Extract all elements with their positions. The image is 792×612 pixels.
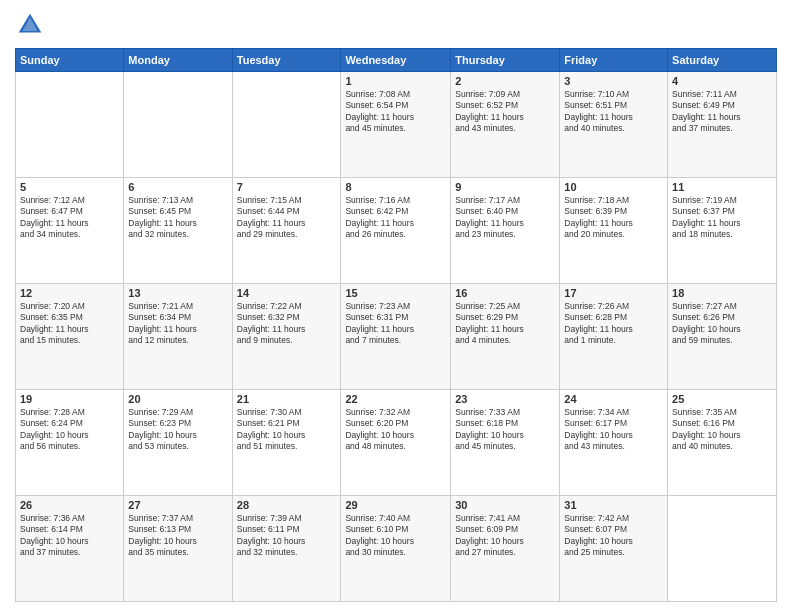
calendar-cell: 3Sunrise: 7:10 AM Sunset: 6:51 PM Daylig… xyxy=(560,72,668,178)
calendar-week-row: 1Sunrise: 7:08 AM Sunset: 6:54 PM Daylig… xyxy=(16,72,777,178)
weekday-header-sunday: Sunday xyxy=(16,49,124,72)
cell-content: Sunrise: 7:34 AM Sunset: 6:17 PM Dayligh… xyxy=(564,407,663,453)
calendar-cell xyxy=(16,72,124,178)
cell-content: Sunrise: 7:22 AM Sunset: 6:32 PM Dayligh… xyxy=(237,301,337,347)
calendar-cell: 4Sunrise: 7:11 AM Sunset: 6:49 PM Daylig… xyxy=(668,72,777,178)
calendar-cell: 25Sunrise: 7:35 AM Sunset: 6:16 PM Dayli… xyxy=(668,390,777,496)
cell-content: Sunrise: 7:17 AM Sunset: 6:40 PM Dayligh… xyxy=(455,195,555,241)
calendar-cell: 1Sunrise: 7:08 AM Sunset: 6:54 PM Daylig… xyxy=(341,72,451,178)
day-number: 19 xyxy=(20,393,119,405)
logo-icon xyxy=(15,10,45,40)
day-number: 22 xyxy=(345,393,446,405)
cell-content: Sunrise: 7:41 AM Sunset: 6:09 PM Dayligh… xyxy=(455,513,555,559)
day-number: 12 xyxy=(20,287,119,299)
calendar-cell: 16Sunrise: 7:25 AM Sunset: 6:29 PM Dayli… xyxy=(451,284,560,390)
day-number: 30 xyxy=(455,499,555,511)
day-number: 7 xyxy=(237,181,337,193)
cell-content: Sunrise: 7:15 AM Sunset: 6:44 PM Dayligh… xyxy=(237,195,337,241)
calendar-cell: 21Sunrise: 7:30 AM Sunset: 6:21 PM Dayli… xyxy=(232,390,341,496)
day-number: 10 xyxy=(564,181,663,193)
cell-content: Sunrise: 7:10 AM Sunset: 6:51 PM Dayligh… xyxy=(564,89,663,135)
day-number: 4 xyxy=(672,75,772,87)
cell-content: Sunrise: 7:36 AM Sunset: 6:14 PM Dayligh… xyxy=(20,513,119,559)
calendar-cell: 14Sunrise: 7:22 AM Sunset: 6:32 PM Dayli… xyxy=(232,284,341,390)
cell-content: Sunrise: 7:40 AM Sunset: 6:10 PM Dayligh… xyxy=(345,513,446,559)
day-number: 28 xyxy=(237,499,337,511)
day-number: 13 xyxy=(128,287,227,299)
calendar-cell: 17Sunrise: 7:26 AM Sunset: 6:28 PM Dayli… xyxy=(560,284,668,390)
day-number: 14 xyxy=(237,287,337,299)
weekday-header-tuesday: Tuesday xyxy=(232,49,341,72)
day-number: 8 xyxy=(345,181,446,193)
calendar-table: SundayMondayTuesdayWednesdayThursdayFrid… xyxy=(15,48,777,602)
weekday-header-thursday: Thursday xyxy=(451,49,560,72)
calendar-cell: 22Sunrise: 7:32 AM Sunset: 6:20 PM Dayli… xyxy=(341,390,451,496)
weekday-header-saturday: Saturday xyxy=(668,49,777,72)
cell-content: Sunrise: 7:23 AM Sunset: 6:31 PM Dayligh… xyxy=(345,301,446,347)
cell-content: Sunrise: 7:25 AM Sunset: 6:29 PM Dayligh… xyxy=(455,301,555,347)
calendar-cell: 15Sunrise: 7:23 AM Sunset: 6:31 PM Dayli… xyxy=(341,284,451,390)
calendar-cell: 7Sunrise: 7:15 AM Sunset: 6:44 PM Daylig… xyxy=(232,178,341,284)
calendar-cell: 27Sunrise: 7:37 AM Sunset: 6:13 PM Dayli… xyxy=(124,496,232,602)
day-number: 27 xyxy=(128,499,227,511)
cell-content: Sunrise: 7:33 AM Sunset: 6:18 PM Dayligh… xyxy=(455,407,555,453)
cell-content: Sunrise: 7:09 AM Sunset: 6:52 PM Dayligh… xyxy=(455,89,555,135)
weekday-header-row: SundayMondayTuesdayWednesdayThursdayFrid… xyxy=(16,49,777,72)
day-number: 1 xyxy=(345,75,446,87)
calendar-cell: 13Sunrise: 7:21 AM Sunset: 6:34 PM Dayli… xyxy=(124,284,232,390)
day-number: 26 xyxy=(20,499,119,511)
calendar-cell xyxy=(232,72,341,178)
cell-content: Sunrise: 7:29 AM Sunset: 6:23 PM Dayligh… xyxy=(128,407,227,453)
calendar-cell: 24Sunrise: 7:34 AM Sunset: 6:17 PM Dayli… xyxy=(560,390,668,496)
calendar-cell: 10Sunrise: 7:18 AM Sunset: 6:39 PM Dayli… xyxy=(560,178,668,284)
day-number: 31 xyxy=(564,499,663,511)
calendar-cell: 11Sunrise: 7:19 AM Sunset: 6:37 PM Dayli… xyxy=(668,178,777,284)
day-number: 29 xyxy=(345,499,446,511)
day-number: 16 xyxy=(455,287,555,299)
calendar-cell: 19Sunrise: 7:28 AM Sunset: 6:24 PM Dayli… xyxy=(16,390,124,496)
calendar-cell: 2Sunrise: 7:09 AM Sunset: 6:52 PM Daylig… xyxy=(451,72,560,178)
calendar-cell: 26Sunrise: 7:36 AM Sunset: 6:14 PM Dayli… xyxy=(16,496,124,602)
cell-content: Sunrise: 7:21 AM Sunset: 6:34 PM Dayligh… xyxy=(128,301,227,347)
day-number: 2 xyxy=(455,75,555,87)
calendar-cell: 23Sunrise: 7:33 AM Sunset: 6:18 PM Dayli… xyxy=(451,390,560,496)
calendar-cell: 29Sunrise: 7:40 AM Sunset: 6:10 PM Dayli… xyxy=(341,496,451,602)
day-number: 21 xyxy=(237,393,337,405)
day-number: 17 xyxy=(564,287,663,299)
day-number: 15 xyxy=(345,287,446,299)
cell-content: Sunrise: 7:27 AM Sunset: 6:26 PM Dayligh… xyxy=(672,301,772,347)
cell-content: Sunrise: 7:13 AM Sunset: 6:45 PM Dayligh… xyxy=(128,195,227,241)
day-number: 9 xyxy=(455,181,555,193)
calendar-cell xyxy=(124,72,232,178)
page: SundayMondayTuesdayWednesdayThursdayFrid… xyxy=(0,0,792,612)
calendar-cell: 20Sunrise: 7:29 AM Sunset: 6:23 PM Dayli… xyxy=(124,390,232,496)
day-number: 20 xyxy=(128,393,227,405)
calendar-week-row: 12Sunrise: 7:20 AM Sunset: 6:35 PM Dayli… xyxy=(16,284,777,390)
cell-content: Sunrise: 7:12 AM Sunset: 6:47 PM Dayligh… xyxy=(20,195,119,241)
day-number: 5 xyxy=(20,181,119,193)
calendar-week-row: 5Sunrise: 7:12 AM Sunset: 6:47 PM Daylig… xyxy=(16,178,777,284)
cell-content: Sunrise: 7:18 AM Sunset: 6:39 PM Dayligh… xyxy=(564,195,663,241)
calendar-cell: 12Sunrise: 7:20 AM Sunset: 6:35 PM Dayli… xyxy=(16,284,124,390)
cell-content: Sunrise: 7:28 AM Sunset: 6:24 PM Dayligh… xyxy=(20,407,119,453)
day-number: 23 xyxy=(455,393,555,405)
weekday-header-monday: Monday xyxy=(124,49,232,72)
day-number: 18 xyxy=(672,287,772,299)
cell-content: Sunrise: 7:35 AM Sunset: 6:16 PM Dayligh… xyxy=(672,407,772,453)
cell-content: Sunrise: 7:42 AM Sunset: 6:07 PM Dayligh… xyxy=(564,513,663,559)
cell-content: Sunrise: 7:37 AM Sunset: 6:13 PM Dayligh… xyxy=(128,513,227,559)
calendar-cell: 5Sunrise: 7:12 AM Sunset: 6:47 PM Daylig… xyxy=(16,178,124,284)
calendar-cell: 8Sunrise: 7:16 AM Sunset: 6:42 PM Daylig… xyxy=(341,178,451,284)
calendar-cell: 6Sunrise: 7:13 AM Sunset: 6:45 PM Daylig… xyxy=(124,178,232,284)
day-number: 11 xyxy=(672,181,772,193)
calendar-cell xyxy=(668,496,777,602)
cell-content: Sunrise: 7:19 AM Sunset: 6:37 PM Dayligh… xyxy=(672,195,772,241)
day-number: 24 xyxy=(564,393,663,405)
cell-content: Sunrise: 7:30 AM Sunset: 6:21 PM Dayligh… xyxy=(237,407,337,453)
day-number: 25 xyxy=(672,393,772,405)
calendar-cell: 31Sunrise: 7:42 AM Sunset: 6:07 PM Dayli… xyxy=(560,496,668,602)
cell-content: Sunrise: 7:20 AM Sunset: 6:35 PM Dayligh… xyxy=(20,301,119,347)
cell-content: Sunrise: 7:08 AM Sunset: 6:54 PM Dayligh… xyxy=(345,89,446,135)
logo xyxy=(15,10,49,40)
day-number: 6 xyxy=(128,181,227,193)
